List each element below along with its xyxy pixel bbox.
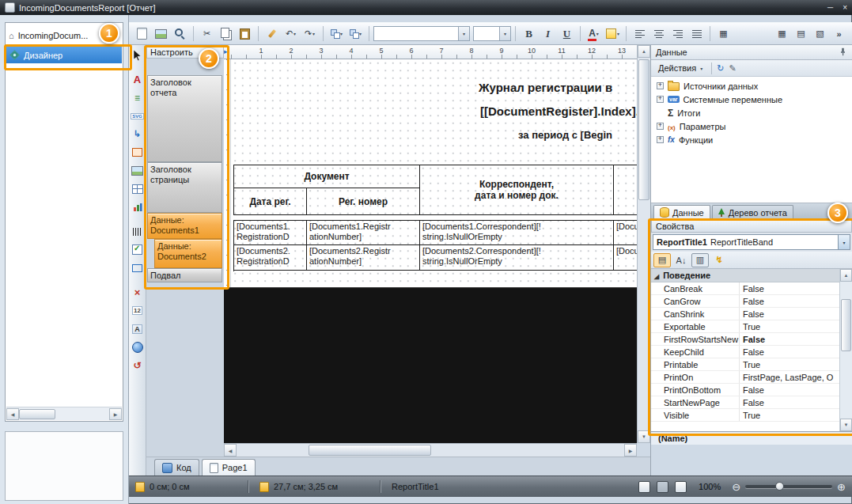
toolbar-overflow-button[interactable] [830,25,848,43]
picture-button[interactable] [152,25,170,43]
image-tool-button[interactable] [130,163,146,178]
shape-tool-button[interactable] [130,260,146,275]
property-value[interactable]: True [740,409,839,421]
data-cell[interactable]: [Documents2.Registr ationNumber] [307,245,420,271]
expand-icon[interactable] [657,136,664,143]
bold-button[interactable]: B [520,25,538,43]
pointer-tool-button[interactable] [130,47,146,63]
tree-item-data-sources[interactable]: Источники данных [651,79,852,93]
font-family-select[interactable] [373,26,470,41]
property-grid-scrollbar[interactable] [839,269,852,431]
property-row[interactable]: VisibleTrue [651,409,852,422]
property-row[interactable]: StartNewPageFalse [651,396,852,409]
copy-button[interactable] [217,25,235,43]
scroll-up-icon[interactable] [840,269,852,282]
scroll-right-icon[interactable] [624,444,637,457]
text-tool-button[interactable]: A [130,72,146,87]
tree-item-parameters[interactable]: Параметры [651,119,852,133]
scroll-right-icon[interactable] [109,408,122,420]
property-row[interactable]: PrintableTrue [651,358,852,371]
view-mode-page-button[interactable] [657,481,668,493]
sidebar-horizontal-scrollbar[interactable] [6,407,122,420]
collapse-panel-icon[interactable] [224,47,228,55]
report-title-text-2[interactable]: [[DocumentRegister].Index]. [480,104,637,118]
expand-icon[interactable] [657,96,664,103]
property-value[interactable]: True [740,320,839,332]
header-cell-reg-date[interactable]: Дата рег. [234,188,307,215]
preview-button[interactable] [171,25,189,43]
object-selector[interactable]: ReportTitle1 ReportTitleBand [653,234,850,250]
sidebar-item-designer[interactable]: Дизайнер [6,47,122,63]
header-cell-extra[interactable] [614,165,637,215]
align-center-button[interactable] [649,25,668,43]
table-tool-button[interactable] [130,181,146,196]
expand-icon[interactable] [657,82,664,89]
paste-button[interactable] [236,25,254,43]
band-data-documents1[interactable]: Данные: Documents1 [147,213,222,239]
report-title-text-1[interactable]: Журнал регистрации в [479,81,612,94]
new-page-button[interactable] [133,25,151,43]
show-guides-button[interactable] [811,25,829,43]
expand-icon[interactable] [657,123,664,130]
data-cell[interactable]: [Docu [614,221,637,245]
refresh-icon[interactable] [717,63,724,74]
underline-button[interactable]: U [558,25,576,43]
zoom-slider-thumb[interactable] [775,482,784,491]
tree-item-totals[interactable]: Σ Итоги [651,106,852,119]
align-objects-button[interactable] [328,25,346,43]
property-row[interactable]: CanGrowFalse [651,295,852,308]
sphere-tool-button[interactable] [130,339,146,354]
property-row[interactable]: PrintOnFirstPage, LastPage, O [651,371,852,384]
header-cell-reg-number[interactable]: Рег. номер [307,188,420,215]
align-left-button[interactable] [630,25,649,43]
tab-data[interactable]: Данные [653,205,710,219]
align-justify-button[interactable] [687,25,706,43]
cross-band-tool-button[interactable] [130,285,146,300]
property-row[interactable]: PrintOnBottomFalse [651,384,852,396]
band-data-documents2[interactable]: Данные: Documents2 [154,239,222,268]
categorized-view-button[interactable] [653,253,671,267]
undo-button[interactable] [282,25,300,43]
font-color-button[interactable]: A [585,25,603,43]
scroll-down-icon[interactable] [638,430,650,443]
property-value[interactable]: False [740,333,839,345]
scrollbar-thumb[interactable] [841,299,851,351]
arrange-objects-button[interactable] [346,25,365,43]
header-cell-document[interactable]: Документ [234,165,420,188]
data-cell[interactable]: [Documents1. RegistrationD [234,221,307,245]
band-footer[interactable]: Подвал [147,268,222,282]
scrollbar-thumb[interactable] [309,445,431,456]
scroll-up-icon[interactable] [638,45,650,58]
view-mode-continuous-button[interactable] [675,481,687,493]
page-number-tool-button[interactable]: 12 [130,303,146,318]
data-cell[interactable]: [Docu [614,245,637,271]
tree-item-functions[interactable]: fx Функции [651,133,852,146]
data-cell[interactable]: [Documents1.Correspondent][! string.IsNu… [420,221,614,245]
scrollbar-thumb[interactable] [19,409,55,419]
band-page-header[interactable]: Заголовок страницы [147,162,222,213]
canvas-horizontal-scrollbar[interactable] [224,443,637,457]
property-row[interactable]: FirstRowStartsNewFalse [651,333,852,346]
property-value[interactable]: False [740,308,839,320]
edit-icon[interactable] [729,63,736,74]
align-right-button[interactable] [668,25,687,43]
data-cell[interactable]: [Documents1.Registr ationNumber] [307,221,420,245]
redo-button[interactable] [301,25,319,43]
tab-code[interactable]: Код [154,459,199,476]
barcode-tool-button[interactable] [130,224,146,239]
property-row[interactable]: CanShrinkFalse [651,308,852,320]
data-cell[interactable]: [Documents2. RegistrationD [234,245,307,271]
property-row[interactable]: CanBreakFalse [651,282,852,295]
design-canvas[interactable]: Журнал регистрации в [[DocumentRegister]… [224,59,637,443]
checkbox-tool-button[interactable] [130,242,146,257]
scroll-down-icon[interactable] [840,419,852,431]
tree-item-system-variables[interactable]: var Системные переменные [651,93,852,106]
pin-icon[interactable] [839,47,847,58]
highlight-color-button[interactable] [604,25,622,43]
scroll-left-icon[interactable] [224,444,237,457]
minimize-button[interactable] [827,3,833,12]
zoom-in-button[interactable] [837,482,846,492]
panel-tool-button[interactable] [130,145,146,160]
tab-report-tree[interactable]: Дерево отчета [712,205,793,219]
zoom-slider[interactable] [745,485,832,488]
